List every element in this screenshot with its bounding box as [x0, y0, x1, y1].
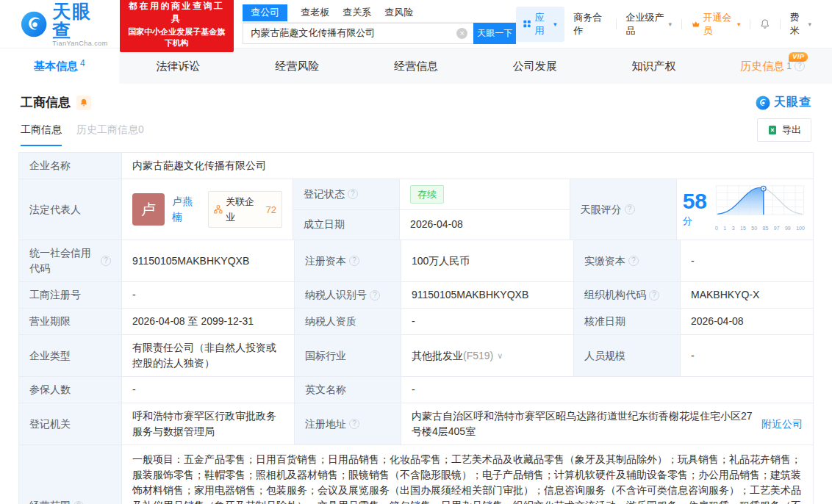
search-tabs: 查公司 查老板 查关系 查风险 [243, 4, 516, 23]
subtab-business-info[interactable]: 工商信息 [21, 123, 62, 146]
help-icon[interactable]: ? [370, 290, 380, 300]
business-info-table: 企业名称 内蒙古葩趣文化传播有限公司 法定代表人 卢 卢燕楠 关联企业 72 [18, 152, 814, 504]
table-row: 登记机关 呼和浩特市赛罕区行政审批政务服务与数据管理局 注册地址 ? 内蒙古自治… [19, 403, 813, 444]
taxpayer-quality-value: - [401, 309, 574, 334]
tab-company-development[interactable]: 公司发展 [476, 48, 595, 84]
paid-capital-value: - [681, 240, 813, 281]
table-row: 参保人数 - 英文名称 - [19, 376, 813, 403]
field-label: 核准日期 [574, 309, 681, 334]
tab-count: 4 [80, 58, 85, 68]
tab-label: 知识产权 [631, 60, 675, 73]
industry-value: 其他批发业 (F519) ∨ [401, 335, 574, 376]
search-tab-risk[interactable]: 查风险 [384, 4, 413, 22]
avatar[interactable]: 卢 [132, 193, 165, 226]
nav-open-vip[interactable]: 开通会员 ▾ [692, 11, 741, 37]
chevron-down-icon[interactable]: ∨ [497, 348, 503, 364]
help-icon[interactable]: ? [628, 256, 639, 266]
chevron-down-icon: ▾ [737, 21, 741, 28]
tab-operation-risk[interactable]: 经营风险 [237, 48, 356, 84]
brand-domain: TianYanCha.com [52, 40, 109, 47]
legal-rep-link[interactable]: 卢燕楠 [172, 194, 202, 225]
reg-number-value: - [122, 282, 295, 308]
search-tab-relation[interactable]: 查关系 [343, 4, 371, 22]
field-label: 经营范围 ? [19, 445, 122, 504]
field-label: 参保人数 [19, 377, 122, 403]
table-row: 工商注册号 - 纳税人识别号 ? 91150105MAKBHKYQXB 组织机构… [19, 281, 813, 308]
help-icon[interactable]: ? [349, 419, 359, 429]
help-icon[interactable]: ? [795, 61, 805, 71]
apps-label: 应用 [534, 11, 550, 37]
english-name-value: - [401, 377, 813, 403]
field-label: 国标行业 [295, 335, 401, 376]
field-label: 注册资本 ? [295, 240, 401, 281]
divider [616, 19, 617, 29]
tab-history-info[interactable]: VIP 历史信息 1 ? [713, 48, 832, 84]
business-scope-value: 一般项目：五金产品零售；日用百货销售；日用品销售；化妆品零售；工艺美术品及收藏品… [122, 445, 813, 504]
subscribe-bell-button[interactable] [76, 96, 91, 110]
watermark-text: 天眼查 [774, 95, 811, 110]
table-row: 法定代表人 卢 卢燕楠 关联企业 72 登记状态 ? [19, 179, 813, 240]
tab-legal-proceedings[interactable]: 法律诉讼 [119, 48, 238, 84]
company-detail-tabs: 基本信息 4 法律诉讼 经营风险 经营信息 公司发展 知识产权 VIP 历史信息… [0, 48, 832, 84]
field-label: 组织机构代码 ? [574, 282, 681, 308]
field-label: 统一社会信用代码 ? [19, 240, 122, 281]
help-icon[interactable]: ? [101, 256, 111, 266]
tab-intellectual-property[interactable]: 知识产权 [595, 48, 714, 84]
score-value: 58分 [683, 190, 707, 228]
table-row: 营业期限 2026-04-08 至 2099-12-31 纳税人资质 - 核准日… [19, 308, 813, 334]
tab-label: 基本信息 [34, 60, 78, 73]
page: { "colors": { "brand_blue": "#1688fa", "… [0, 0, 832, 504]
industry-name: 其他批发业 [412, 348, 463, 364]
help-icon[interactable]: ? [73, 501, 84, 504]
field-label: 人员规模 [574, 335, 681, 376]
help-icon[interactable]: ? [649, 290, 659, 300]
field-label: 纳税人资质 [295, 309, 401, 334]
tab-label: 法律诉讼 [157, 60, 201, 73]
tab-operation-info[interactable]: 经营信息 [356, 48, 476, 84]
legal-rep-cell: 卢 卢燕楠 关联企业 72 [122, 179, 293, 240]
search-tab-company[interactable]: 查公司 [243, 4, 287, 21]
vip-badge: VIP [789, 52, 808, 62]
reg-address-value: 内蒙古自治区呼和浩特市赛罕区昭乌达路街道世纪东街香榭花堤住宅小区27号楼4层40… [401, 403, 813, 444]
field-label: 营业期限 [19, 309, 122, 334]
help-icon[interactable]: ? [349, 256, 359, 266]
notification-bell-icon[interactable] [760, 18, 770, 30]
search-button[interactable]: 天眼一下 [473, 23, 516, 44]
section-title: 工商信息 [21, 94, 71, 111]
tianyancha-eye-icon [756, 96, 770, 110]
search-tab-boss[interactable]: 查老板 [301, 4, 329, 22]
industry-code: (F519) [463, 348, 493, 364]
tab-count: 1 [786, 61, 792, 71]
section-watermark-logo: 天眼查 [756, 95, 811, 110]
subtab-history-business-info[interactable]: 历史工商信息0 [76, 123, 144, 146]
clear-icon[interactable]: × [456, 28, 467, 39]
top-header: 天眼查 TianYanCha.com 都在用的商业查询工具 国家中小企业发展子基… [0, 0, 832, 48]
related-companies-icon [214, 205, 223, 214]
export-button[interactable]: 导出 [757, 118, 811, 142]
company-name-value: 内蒙古葩趣文化传播有限公司 [122, 153, 813, 179]
tab-label: 经营风险 [275, 60, 319, 73]
search-input[interactable] [243, 23, 473, 44]
help-icon[interactable]: ? [625, 204, 635, 215]
established-value: 2026-04-08 [400, 210, 570, 240]
taxpayer-id-value: 91150105MAKBHKYQXB [401, 282, 574, 308]
nearby-companies-link[interactable]: 附近公司 [761, 417, 803, 432]
field-label: 企业类型 [19, 335, 122, 376]
field-label: 企业名称 [19, 153, 122, 179]
nav-enterprise-products[interactable]: 企业级产品 ▾ [626, 11, 672, 37]
table-row: 经营范围 ? 一般项目：五金产品零售；日用百货销售；日用品销售；化妆品零售；工艺… [19, 444, 813, 504]
nav-business-cooperation[interactable]: 商务合作 [574, 11, 606, 37]
apps-menu[interactable]: 应用 ▾ [516, 7, 564, 42]
chevron-down-icon: ▾ [668, 21, 672, 28]
bell-curve-chart [713, 183, 807, 220]
chart-axis-ticks: 0131550859799100 [713, 220, 807, 236]
top-nav: 应用 ▾ 商务合作 企业级产品 ▾ 开通会员 ▾ 费米 ▾ [516, 7, 811, 42]
score-distribution-chart: 0131550859799100 [713, 183, 807, 236]
tab-basic-info[interactable]: 基本信息 4 [0, 48, 119, 84]
user-menu[interactable]: 费米 ▾ [790, 11, 811, 37]
related-companies-badge[interactable]: 关联企业 72 [208, 191, 282, 228]
tianyancha-logo[interactable]: 天眼查 TianYanCha.com [21, 1, 110, 47]
username: 费米 [790, 11, 806, 37]
insured-count-value: - [122, 377, 295, 403]
help-icon[interactable]: ? [348, 189, 358, 199]
